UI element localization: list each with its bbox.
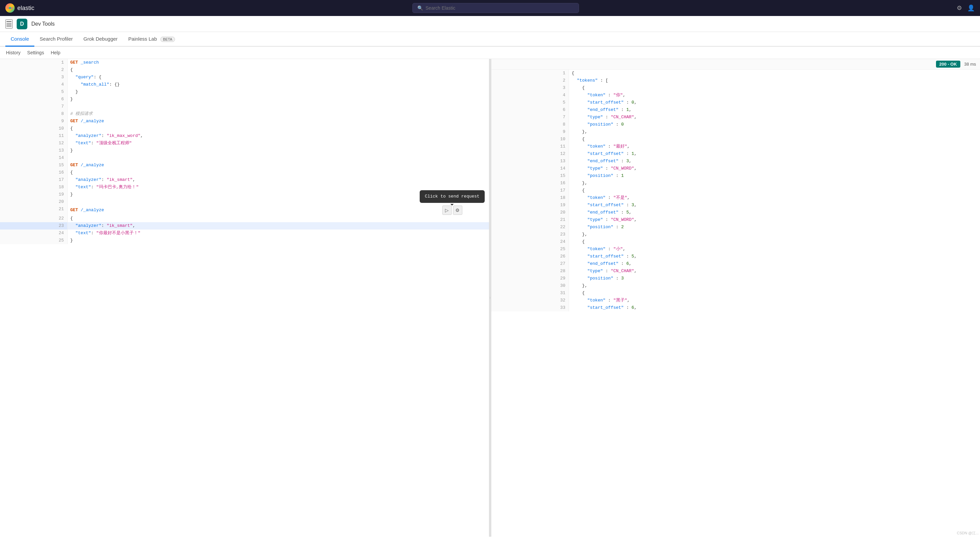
line-number: 1: [492, 70, 570, 77]
line-number: 12: [0, 140, 68, 147]
line-number: 32: [492, 297, 570, 304]
history-button[interactable]: History: [5, 49, 21, 57]
line-content[interactable]: {: [68, 215, 489, 222]
line-content: "end_offset" : 5,: [569, 209, 980, 216]
help-icon[interactable]: ⚙: [957, 4, 962, 12]
line-content[interactable]: "match_all": {}: [68, 81, 489, 88]
table-row: 4 "match_all": {}: [0, 81, 489, 88]
table-row: 17 "analyzer": "ik_smart",: [0, 176, 489, 184]
watermark: CSDN @江...: [957, 531, 978, 535]
line-number: 7: [0, 103, 68, 110]
table-row: 9 },: [492, 128, 980, 136]
user-avatar-icon[interactable]: 👤: [967, 4, 975, 12]
line-content[interactable]: [68, 154, 489, 162]
line-content[interactable]: }: [68, 95, 489, 103]
hamburger-menu-button[interactable]: ☰: [5, 19, 13, 29]
line-number: 14: [0, 154, 68, 162]
global-search-bar[interactable]: 🔍: [412, 3, 579, 13]
line-number: 5: [492, 99, 570, 106]
line-content: "token" : "你",: [569, 92, 980, 99]
tab-grok-debugger[interactable]: Grok Debugger: [78, 32, 123, 47]
status-badge: 200 - OK: [936, 60, 960, 68]
tabs-bar: Console Search Profiler Grok Debugger Pa…: [0, 32, 980, 47]
tab-console[interactable]: Console: [5, 32, 34, 47]
table-row: 7 "type" : "CN_CHAR",: [492, 114, 980, 121]
line-number: 7: [492, 114, 570, 121]
line-content: "type" : "CN_CHAR",: [569, 114, 980, 121]
line-content[interactable]: }: [68, 147, 489, 154]
line-number: 9: [0, 118, 68, 125]
line-number: 4: [492, 92, 570, 99]
line-content[interactable]: }: [68, 237, 489, 244]
tab-search-profiler[interactable]: Search Profiler: [34, 32, 78, 47]
elastic-logo[interactable]: elastic: [5, 3, 34, 13]
line-number: 25: [0, 237, 68, 244]
line-content[interactable]: "text": "你最好不是小黑子！": [68, 230, 489, 237]
line-number: 24: [492, 238, 570, 246]
line-number: 14: [492, 165, 570, 172]
table-row: 16 },: [492, 180, 980, 187]
line-content[interactable]: "query": {: [68, 74, 489, 81]
line-content[interactable]: GET /_analyze: [68, 162, 489, 169]
line-content[interactable]: GET /_analyze: [68, 118, 489, 125]
editor-code: 1 GET _search 2 { 3 "query": { 4 "match_…: [0, 59, 489, 244]
app-title: Dev Tools: [31, 21, 55, 27]
table-row: 25 "token" : "小",: [492, 246, 980, 253]
line-content[interactable]: }: [68, 88, 489, 95]
top-bar-right: ⚙ 👤: [957, 4, 975, 12]
line-content: {: [569, 289, 980, 297]
logo-icon: [5, 3, 15, 13]
table-row: 22 {: [0, 215, 489, 222]
editor-scroll[interactable]: 1 GET _search 2 { 3 "query": { 4 "match_…: [0, 59, 489, 537]
line-number: 10: [492, 136, 570, 143]
line-content[interactable]: GET /_analyze Click to send request ▷ ⚙: [68, 205, 489, 215]
line-number: 3: [0, 74, 68, 81]
line-content: {: [569, 70, 980, 77]
line-content[interactable]: {: [68, 125, 489, 132]
line-content: },: [569, 128, 980, 136]
line-number: 5: [0, 88, 68, 95]
table-row: 28 "type" : "CN_CHAR",: [492, 267, 980, 275]
line-content: "end_offset" : 6,: [569, 260, 980, 267]
line-content[interactable]: [68, 103, 489, 110]
line-content[interactable]: "analyzer": "ik_max_word",: [68, 132, 489, 140]
table-row: 19 "start_offset" : 3,: [492, 202, 980, 209]
copy-request-button[interactable]: ⚙: [453, 205, 462, 215]
line-content[interactable]: {: [68, 169, 489, 176]
line-content[interactable]: GET _search: [68, 59, 489, 66]
response-scroll[interactable]: 1 { 2 "tokens" : [ 3 { 4 "token" : "你",: [492, 70, 980, 537]
line-content[interactable]: "analyzer": "ik_smart",: [68, 222, 489, 230]
line-content: "type" : "CN_CHAR",: [569, 267, 980, 275]
search-input[interactable]: [426, 5, 574, 11]
response-pane: 200 - OK 38 ms 1 { 2 "tokens" : [ 3 {: [492, 59, 980, 537]
line-number: 2: [492, 77, 570, 84]
line-number: 23: [492, 231, 570, 238]
line-content[interactable]: # 模拟请求: [68, 110, 489, 118]
line-number: 27: [492, 260, 570, 267]
line-content[interactable]: "analyzer": "ik_smart",: [68, 176, 489, 184]
line-number: 22: [0, 215, 68, 222]
tab-painless-lab[interactable]: Painless Lab BETA: [123, 32, 180, 47]
line-content: },: [569, 282, 980, 289]
settings-button[interactable]: Settings: [27, 49, 45, 57]
resize-dots-icon: ···: [488, 297, 492, 299]
table-row: 5 "start_offset" : 0,: [492, 99, 980, 106]
line-number: 17: [0, 176, 68, 184]
table-row: 25 }: [0, 237, 489, 244]
line-content: "type" : "CN_WORD",: [569, 165, 980, 172]
line-number: 6: [0, 95, 68, 103]
line-number: 16: [0, 169, 68, 176]
line-content: "start_offset" : 6,: [569, 304, 980, 311]
table-row: 14: [0, 154, 489, 162]
line-content[interactable]: "text": "顶级全栈工程师": [68, 140, 489, 147]
line-number: 18: [0, 184, 68, 191]
pane-resize-handle[interactable]: ···: [489, 59, 492, 537]
run-request-button[interactable]: ▷: [442, 205, 452, 215]
help-button[interactable]: Help: [50, 49, 61, 57]
elastic-wordmark: elastic: [18, 5, 34, 12]
line-content[interactable]: "text": "玛卡巴卡,奥力给！": [68, 184, 489, 191]
line-content[interactable]: {: [68, 66, 489, 74]
beta-badge: BETA: [160, 37, 175, 42]
line-number: 21: [492, 216, 570, 224]
table-row: 29 "position" : 3: [492, 275, 980, 282]
